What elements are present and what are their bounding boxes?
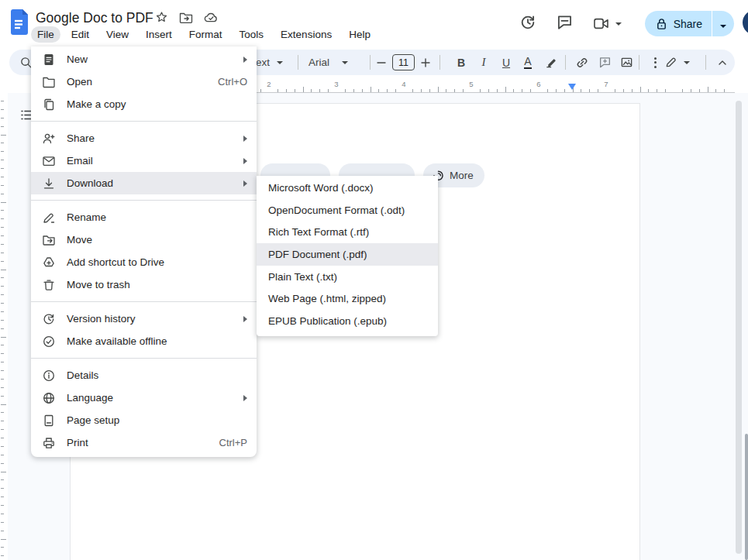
menu-item-move-to-trash[interactable]: Move to trash <box>31 273 257 296</box>
increase-font-size-button[interactable] <box>418 50 433 75</box>
submenu-arrow-icon <box>243 316 247 322</box>
more-options-icon[interactable] <box>646 50 664 75</box>
submenu-item-epub[interactable]: EPUB Publication (.epub) <box>257 310 438 332</box>
download-submenu: Microsoft Word (.docx) OpenDocument Form… <box>257 176 438 336</box>
menu-item-move[interactable]: Move <box>31 228 257 251</box>
menu-item-new[interactable]: New <box>31 48 257 70</box>
menu-file[interactable]: File <box>31 26 60 43</box>
menu-divider <box>31 301 257 302</box>
drive-shortcut-icon <box>42 256 56 270</box>
menu-item-language[interactable]: Language <box>31 387 257 409</box>
rename-pencil-icon <box>42 211 56 225</box>
document-scrollbar[interactable] <box>736 101 742 554</box>
globe-icon <box>42 391 56 405</box>
menu-item-email[interactable]: Email <box>31 149 257 172</box>
menu-extensions[interactable]: Extensions <box>274 26 338 43</box>
meet-dropdown-caret[interactable] <box>615 22 622 26</box>
submenu-arrow-icon <box>243 395 247 401</box>
menu-divider <box>31 358 257 359</box>
file-menu-dropdown: New OpenCtrl+O Make a copy Share Email D… <box>31 46 257 457</box>
move-folder-icon[interactable] <box>179 12 193 27</box>
trash-icon <box>42 278 56 292</box>
menu-item-share[interactable]: Share <box>31 127 257 149</box>
decrease-font-size-button[interactable] <box>374 50 389 75</box>
submenu-item-pdf[interactable]: PDF Document (.pdf) <box>257 243 438 266</box>
font-family-select[interactable]: Arial <box>309 50 348 75</box>
share-dropdown[interactable] <box>712 18 734 30</box>
underline-button[interactable]: U <box>497 50 515 75</box>
toolbar-divider <box>370 55 371 70</box>
menu-format[interactable]: Format <box>183 26 229 43</box>
share-main[interactable]: Share <box>645 18 712 30</box>
menu-divider <box>31 121 257 122</box>
share-label: Share <box>674 18 702 30</box>
menu-item-open[interactable]: OpenCtrl+O <box>31 70 257 93</box>
menu-help[interactable]: Help <box>343 26 377 43</box>
submenu-arrow-icon <box>243 136 247 142</box>
toolbar-divider <box>439 55 440 70</box>
menu-divider <box>31 200 257 201</box>
bold-button[interactable]: B <box>452 50 471 75</box>
submenu-item-docx[interactable]: Microsoft Word (.docx) <box>257 177 438 199</box>
menu-bar: File Edit View Insert Format Tools Exten… <box>31 26 377 43</box>
star-icon[interactable] <box>155 11 168 27</box>
submenu-item-odt[interactable]: OpenDocument Format (.odt) <box>257 199 438 222</box>
google-docs-window: Google Doc to PDF File Edit View Insert … <box>0 0 748 560</box>
account-avatar[interactable] <box>743 10 748 35</box>
submenu-item-txt[interactable]: Plain Text (.txt) <box>257 266 438 288</box>
italic-button[interactable]: I <box>474 50 493 75</box>
right-indent-marker[interactable] <box>568 84 576 90</box>
meet-video-icon[interactable] <box>593 17 622 30</box>
toolbar-divider <box>639 55 639 70</box>
paragraph-style-select[interactable]: ext <box>256 50 283 75</box>
open-folder-icon <box>42 75 56 89</box>
menu-item-rename[interactable]: Rename <box>31 206 257 228</box>
shortcut-label: Ctrl+P <box>219 437 247 448</box>
menu-item-details[interactable]: Details <box>31 364 257 387</box>
menu-insert[interactable]: Insert <box>140 26 178 43</box>
info-icon <box>42 369 56 383</box>
editing-mode-select[interactable] <box>664 50 690 75</box>
menu-view[interactable]: View <box>100 26 135 43</box>
menu-tools[interactable]: Tools <box>233 26 271 43</box>
email-icon <box>42 154 56 168</box>
new-document-icon <box>42 53 56 67</box>
print-icon <box>42 436 56 450</box>
toolbar-divider <box>298 55 298 70</box>
google-docs-logo-icon[interactable] <box>9 9 28 35</box>
insert-image-icon[interactable] <box>616 50 636 75</box>
comments-icon[interactable] <box>557 14 573 33</box>
add-comment-icon[interactable] <box>595 50 615 75</box>
menu-item-make-available-offline[interactable]: Make available offline <box>31 330 257 352</box>
submenu-item-html[interactable]: Web Page (.html, zipped) <box>257 287 438 310</box>
submenu-arrow-icon <box>243 158 247 164</box>
menu-item-page-setup[interactable]: Page setup <box>31 409 257 431</box>
version-history-icon[interactable] <box>519 14 536 34</box>
insert-link-icon[interactable] <box>572 50 592 75</box>
menu-item-add-shortcut-to-drive[interactable]: Add shortcut to Drive <box>31 251 257 273</box>
hide-menus-button[interactable] <box>711 50 734 75</box>
text-color-button[interactable]: A <box>519 50 537 75</box>
cloud-saved-icon[interactable] <box>204 12 219 26</box>
menu-item-download[interactable]: Download <box>31 172 257 194</box>
page-setup-icon <box>42 414 56 428</box>
menu-item-print[interactable]: PrintCtrl+P <box>31 431 257 454</box>
shortcut-label: Ctrl+O <box>218 76 247 88</box>
window-scrollbar[interactable] <box>745 434 748 560</box>
highlight-color-button[interactable] <box>541 50 561 75</box>
lock-icon <box>656 18 667 30</box>
menu-item-version-history[interactable]: Version history <box>31 307 257 330</box>
font-size-input[interactable]: 11 <box>392 50 415 75</box>
menu-item-make-a-copy[interactable]: Make a copy <box>31 93 257 115</box>
menu-edit[interactable]: Edit <box>65 26 95 43</box>
version-history-icon <box>42 312 56 326</box>
offline-check-icon <box>42 335 56 349</box>
submenu-item-rtf[interactable]: Rich Text Format (.rtf) <box>257 221 438 243</box>
more-chip-label: More <box>450 170 474 181</box>
vertical-ruler[interactable] <box>0 93 8 560</box>
move-folder-icon <box>42 233 56 247</box>
submenu-arrow-icon <box>243 57 247 63</box>
document-title[interactable]: Google Doc to PDF <box>36 10 153 26</box>
share-button[interactable]: Share <box>645 11 734 36</box>
copy-icon <box>42 98 56 112</box>
